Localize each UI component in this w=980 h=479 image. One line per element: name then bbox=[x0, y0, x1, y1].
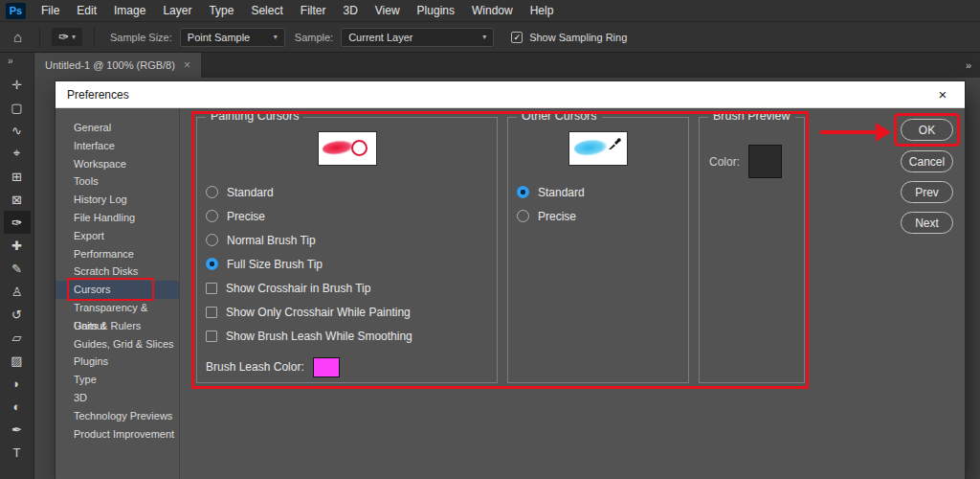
prev-button[interactable]: Prev bbox=[901, 181, 953, 203]
pref-item-units-rulers[interactable]: Units & Rulers bbox=[56, 317, 179, 335]
radio-icon[interactable] bbox=[517, 210, 529, 222]
checkbox-show-brush-leash-while-smoothing[interactable]: Show Brush Leash While Smoothing bbox=[197, 324, 497, 348]
checkbox-icon[interactable] bbox=[206, 307, 217, 318]
annotation-arrow bbox=[820, 123, 897, 142]
brush-preview-color-row: Color: bbox=[700, 118, 804, 178]
pref-item-transparency-gamut[interactable]: Transparency & Gamut bbox=[56, 299, 179, 317]
radio-icon[interactable] bbox=[206, 210, 218, 222]
radio-icon[interactable] bbox=[206, 258, 218, 270]
pref-item-guides-grid-slices[interactable]: Guides, Grid & Slices bbox=[56, 335, 179, 354]
menu-view[interactable]: View bbox=[367, 0, 409, 22]
document-tab[interactable]: Untitled-1 @ 100% (RGB/8) × bbox=[34, 53, 201, 78]
move-tool[interactable]: ✛ bbox=[4, 73, 31, 96]
brush-preview-color-label: Color: bbox=[709, 155, 740, 169]
lasso-tool[interactable]: ∿ bbox=[4, 119, 31, 142]
photoshop-logo-icon: Ps bbox=[6, 3, 26, 19]
checkbox-show-crosshair-in-brush-tip[interactable]: Show Crosshair in Brush Tip bbox=[197, 276, 497, 300]
document-tab-bar: Untitled-1 @ 100% (RGB/8) × » bbox=[34, 53, 980, 78]
other-cursor-preview-image bbox=[568, 131, 628, 166]
spot-healing-tool[interactable]: ✚ bbox=[4, 234, 31, 257]
brush-preview-group: Brush Preview Color: bbox=[699, 117, 805, 383]
checkbox-label: Show Crosshair in Brush Tip bbox=[226, 282, 370, 295]
eraser-tool[interactable]: ▱ bbox=[4, 326, 31, 349]
menu-plugins[interactable]: Plugins bbox=[409, 0, 463, 22]
radio-full-size-brush-tip[interactable]: Full Size Brush Tip bbox=[197, 252, 497, 276]
dialog-body: General Interface Workspace Tools Histor… bbox=[56, 108, 965, 479]
toolbar-expand-icon[interactable]: » bbox=[0, 53, 13, 70]
next-button[interactable]: Next bbox=[901, 212, 953, 234]
type-tool[interactable]: T bbox=[4, 441, 31, 464]
pref-item-product-improvement[interactable]: Product Improvement bbox=[56, 425, 179, 444]
menu-layer[interactable]: Layer bbox=[154, 0, 200, 22]
pref-item-general[interactable]: General bbox=[56, 119, 179, 137]
pen-tool[interactable]: ✒ bbox=[4, 418, 31, 441]
ok-button[interactable]: OK bbox=[901, 119, 953, 141]
radio-normal-brush-tip[interactable]: Normal Brush Tip bbox=[197, 228, 497, 252]
menu-window[interactable]: Window bbox=[463, 0, 522, 22]
radio-precise[interactable]: Precise bbox=[197, 204, 497, 228]
sample-dropdown[interactable]: Current Layer ▾ bbox=[341, 28, 494, 47]
pref-item-cursors[interactable]: Cursors bbox=[56, 281, 179, 299]
menu-select[interactable]: Select bbox=[242, 0, 291, 22]
home-icon[interactable]: ⌂ bbox=[0, 29, 33, 45]
menu-edit[interactable]: Edit bbox=[68, 0, 105, 22]
frame-tool[interactable]: ⊠ bbox=[4, 188, 31, 211]
show-sampling-ring-option[interactable]: ✓ Show Sampling Ring bbox=[511, 32, 627, 43]
chevron-down-icon: ▾ bbox=[72, 33, 76, 41]
sampling-ring-checkbox[interactable]: ✓ bbox=[511, 32, 523, 43]
pref-item-performance[interactable]: Performance bbox=[56, 245, 179, 263]
radio-icon[interactable] bbox=[517, 186, 529, 198]
rectangular-marquee-tool[interactable]: ▢ bbox=[4, 96, 31, 119]
checkbox-icon[interactable] bbox=[206, 283, 217, 294]
radio-other-precise[interactable]: Precise bbox=[508, 204, 688, 228]
radio-label: Precise bbox=[538, 210, 576, 223]
eyedropper-tool[interactable]: ✑ bbox=[4, 211, 31, 234]
pref-item-history-log[interactable]: History Log bbox=[56, 191, 179, 209]
history-brush-tool[interactable]: ↺ bbox=[4, 303, 31, 326]
pref-item-3d[interactable]: 3D bbox=[56, 389, 179, 407]
brush-leash-color-swatch[interactable] bbox=[313, 357, 340, 377]
radio-icon[interactable] bbox=[206, 234, 218, 246]
crop-tool[interactable]: ⊞ bbox=[4, 165, 31, 188]
menu-file[interactable]: File bbox=[33, 0, 68, 22]
object-selection-tool[interactable]: ⌖ bbox=[4, 142, 31, 165]
pref-item-tools[interactable]: Tools bbox=[56, 172, 179, 191]
dialog-close-icon[interactable]: × bbox=[932, 86, 953, 103]
clone-stamp-tool[interactable]: ♙ bbox=[4, 280, 31, 303]
pref-item-export[interactable]: Export bbox=[56, 227, 179, 245]
gradient-tool[interactable]: ▨ bbox=[4, 349, 31, 372]
radio-icon[interactable] bbox=[206, 186, 218, 198]
pref-item-workspace[interactable]: Workspace bbox=[56, 155, 179, 173]
menu-image[interactable]: Image bbox=[105, 0, 154, 22]
sample-size-dropdown[interactable]: Point Sample ▾ bbox=[180, 28, 285, 47]
menu-filter[interactable]: Filter bbox=[292, 0, 335, 22]
menu-help[interactable]: Help bbox=[522, 0, 563, 22]
cancel-button[interactable]: Cancel bbox=[901, 150, 953, 172]
checkbox-label: Show Only Crosshair While Painting bbox=[226, 306, 411, 319]
pref-item-interface[interactable]: Interface bbox=[56, 137, 179, 155]
checkbox-icon[interactable] bbox=[206, 331, 217, 342]
pref-item-technology-previews[interactable]: Technology Previews bbox=[56, 407, 179, 425]
menu-bar: Ps File Edit Image Layer Type Select Fil… bbox=[0, 0, 980, 22]
panel-collapse-icon[interactable]: » bbox=[960, 56, 977, 75]
pref-item-scratch-disks[interactable]: Scratch Disks bbox=[56, 262, 179, 281]
separator bbox=[94, 27, 95, 48]
blur-tool[interactable]: ◗ bbox=[4, 372, 31, 395]
dodge-tool[interactable]: ◐ bbox=[4, 395, 31, 418]
pref-item-file-handling[interactable]: File Handling bbox=[56, 209, 179, 227]
brush-preview-color-swatch[interactable] bbox=[748, 145, 782, 178]
photoshop-window: Ps File Edit Image Layer Type Select Fil… bbox=[0, 0, 980, 479]
dialog-titlebar: Preferences × bbox=[56, 81, 965, 108]
checkbox-show-only-crosshair-while-painting[interactable]: Show Only Crosshair While Painting bbox=[197, 300, 497, 324]
pref-item-type[interactable]: Type bbox=[56, 371, 179, 389]
sample-size-value: Point Sample bbox=[188, 32, 250, 43]
sample-value: Current Layer bbox=[348, 32, 412, 43]
radio-standard[interactable]: Standard bbox=[197, 180, 497, 204]
menu-type[interactable]: Type bbox=[200, 0, 242, 22]
eyedropper-tool-preset[interactable]: ✑ ▾ bbox=[52, 28, 82, 46]
pref-item-plugins[interactable]: Plugins bbox=[56, 353, 179, 371]
brush-tool[interactable]: ✎ bbox=[4, 257, 31, 280]
menu-3d[interactable]: 3D bbox=[334, 0, 366, 22]
radio-other-standard[interactable]: Standard bbox=[508, 180, 688, 204]
tab-close-icon[interactable]: × bbox=[184, 58, 190, 72]
